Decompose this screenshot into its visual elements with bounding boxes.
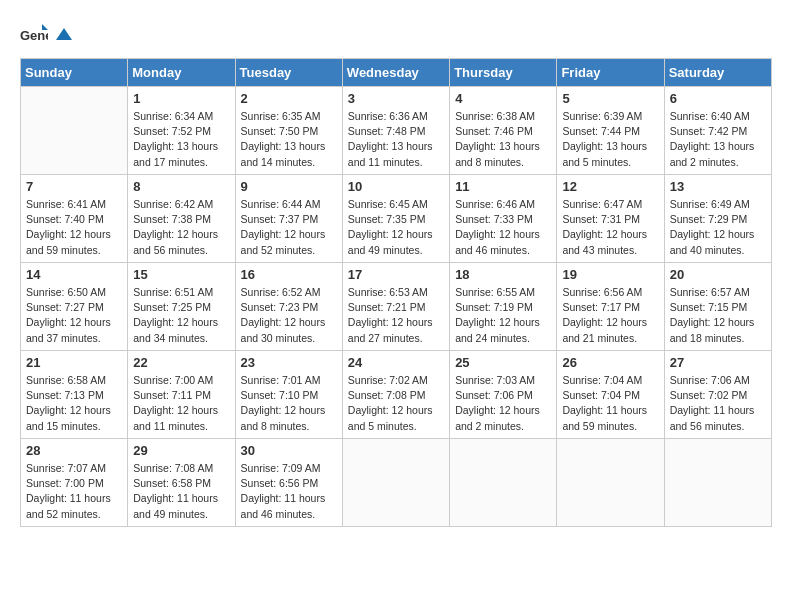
calendar-cell: 8Sunrise: 6:42 AMSunset: 7:38 PMDaylight… [128, 175, 235, 263]
calendar-cell: 19Sunrise: 6:56 AMSunset: 7:17 PMDayligh… [557, 263, 664, 351]
logo-icon: General [20, 20, 48, 48]
day-info: Sunrise: 6:36 AMSunset: 7:48 PMDaylight:… [348, 109, 444, 170]
day-info: Sunrise: 6:47 AMSunset: 7:31 PMDaylight:… [562, 197, 658, 258]
svg-marker-2 [56, 28, 72, 40]
day-number: 5 [562, 91, 658, 106]
calendar-cell: 1Sunrise: 6:34 AMSunset: 7:52 PMDaylight… [128, 87, 235, 175]
day-number: 2 [241, 91, 337, 106]
calendar-week-row: 21Sunrise: 6:58 AMSunset: 7:13 PMDayligh… [21, 351, 772, 439]
calendar-cell: 27Sunrise: 7:06 AMSunset: 7:02 PMDayligh… [664, 351, 771, 439]
day-info: Sunrise: 6:57 AMSunset: 7:15 PMDaylight:… [670, 285, 766, 346]
day-number: 24 [348, 355, 444, 370]
day-info: Sunrise: 7:08 AMSunset: 6:58 PMDaylight:… [133, 461, 229, 522]
day-number: 9 [241, 179, 337, 194]
calendar-cell: 5Sunrise: 6:39 AMSunset: 7:44 PMDaylight… [557, 87, 664, 175]
day-number: 30 [241, 443, 337, 458]
logo: General [20, 20, 74, 48]
day-number: 26 [562, 355, 658, 370]
day-info: Sunrise: 7:04 AMSunset: 7:04 PMDaylight:… [562, 373, 658, 434]
svg-text:General: General [20, 28, 48, 43]
day-number: 28 [26, 443, 122, 458]
calendar-cell: 13Sunrise: 6:49 AMSunset: 7:29 PMDayligh… [664, 175, 771, 263]
header-thursday: Thursday [450, 59, 557, 87]
header-saturday: Saturday [664, 59, 771, 87]
header-sunday: Sunday [21, 59, 128, 87]
header-wednesday: Wednesday [342, 59, 449, 87]
day-number: 29 [133, 443, 229, 458]
calendar-cell: 18Sunrise: 6:55 AMSunset: 7:19 PMDayligh… [450, 263, 557, 351]
day-number: 19 [562, 267, 658, 282]
calendar-cell: 4Sunrise: 6:38 AMSunset: 7:46 PMDaylight… [450, 87, 557, 175]
day-number: 13 [670, 179, 766, 194]
day-number: 22 [133, 355, 229, 370]
day-info: Sunrise: 6:35 AMSunset: 7:50 PMDaylight:… [241, 109, 337, 170]
day-number: 15 [133, 267, 229, 282]
header-monday: Monday [128, 59, 235, 87]
calendar-cell: 28Sunrise: 7:07 AMSunset: 7:00 PMDayligh… [21, 439, 128, 527]
day-info: Sunrise: 6:56 AMSunset: 7:17 PMDaylight:… [562, 285, 658, 346]
day-info: Sunrise: 7:06 AMSunset: 7:02 PMDaylight:… [670, 373, 766, 434]
day-info: Sunrise: 7:00 AMSunset: 7:11 PMDaylight:… [133, 373, 229, 434]
day-number: 27 [670, 355, 766, 370]
calendar-week-row: 28Sunrise: 7:07 AMSunset: 7:00 PMDayligh… [21, 439, 772, 527]
calendar-cell [450, 439, 557, 527]
calendar-cell: 22Sunrise: 7:00 AMSunset: 7:11 PMDayligh… [128, 351, 235, 439]
day-number: 11 [455, 179, 551, 194]
day-info: Sunrise: 6:55 AMSunset: 7:19 PMDaylight:… [455, 285, 551, 346]
logo-triangle-icon [54, 26, 74, 46]
day-number: 20 [670, 267, 766, 282]
day-number: 21 [26, 355, 122, 370]
day-number: 17 [348, 267, 444, 282]
day-number: 25 [455, 355, 551, 370]
day-info: Sunrise: 6:50 AMSunset: 7:27 PMDaylight:… [26, 285, 122, 346]
calendar-cell [342, 439, 449, 527]
day-number: 12 [562, 179, 658, 194]
day-info: Sunrise: 6:41 AMSunset: 7:40 PMDaylight:… [26, 197, 122, 258]
calendar-cell: 24Sunrise: 7:02 AMSunset: 7:08 PMDayligh… [342, 351, 449, 439]
page-header: General [20, 20, 772, 48]
day-info: Sunrise: 6:39 AMSunset: 7:44 PMDaylight:… [562, 109, 658, 170]
day-info: Sunrise: 6:46 AMSunset: 7:33 PMDaylight:… [455, 197, 551, 258]
day-info: Sunrise: 7:01 AMSunset: 7:10 PMDaylight:… [241, 373, 337, 434]
calendar-header-row: SundayMondayTuesdayWednesdayThursdayFrid… [21, 59, 772, 87]
day-info: Sunrise: 6:45 AMSunset: 7:35 PMDaylight:… [348, 197, 444, 258]
calendar-cell: 21Sunrise: 6:58 AMSunset: 7:13 PMDayligh… [21, 351, 128, 439]
day-number: 16 [241, 267, 337, 282]
day-info: Sunrise: 6:51 AMSunset: 7:25 PMDaylight:… [133, 285, 229, 346]
day-info: Sunrise: 6:53 AMSunset: 7:21 PMDaylight:… [348, 285, 444, 346]
svg-marker-1 [42, 24, 48, 30]
calendar-cell: 29Sunrise: 7:08 AMSunset: 6:58 PMDayligh… [128, 439, 235, 527]
header-tuesday: Tuesday [235, 59, 342, 87]
calendar-cell [557, 439, 664, 527]
calendar-cell: 12Sunrise: 6:47 AMSunset: 7:31 PMDayligh… [557, 175, 664, 263]
calendar-cell: 26Sunrise: 7:04 AMSunset: 7:04 PMDayligh… [557, 351, 664, 439]
calendar-cell: 15Sunrise: 6:51 AMSunset: 7:25 PMDayligh… [128, 263, 235, 351]
day-info: Sunrise: 6:44 AMSunset: 7:37 PMDaylight:… [241, 197, 337, 258]
calendar-cell: 16Sunrise: 6:52 AMSunset: 7:23 PMDayligh… [235, 263, 342, 351]
calendar-cell: 11Sunrise: 6:46 AMSunset: 7:33 PMDayligh… [450, 175, 557, 263]
day-info: Sunrise: 7:02 AMSunset: 7:08 PMDaylight:… [348, 373, 444, 434]
day-info: Sunrise: 6:42 AMSunset: 7:38 PMDaylight:… [133, 197, 229, 258]
header-friday: Friday [557, 59, 664, 87]
day-number: 14 [26, 267, 122, 282]
calendar-cell [21, 87, 128, 175]
calendar-week-row: 7Sunrise: 6:41 AMSunset: 7:40 PMDaylight… [21, 175, 772, 263]
calendar-cell: 30Sunrise: 7:09 AMSunset: 6:56 PMDayligh… [235, 439, 342, 527]
day-info: Sunrise: 6:34 AMSunset: 7:52 PMDaylight:… [133, 109, 229, 170]
day-info: Sunrise: 6:38 AMSunset: 7:46 PMDaylight:… [455, 109, 551, 170]
calendar-week-row: 14Sunrise: 6:50 AMSunset: 7:27 PMDayligh… [21, 263, 772, 351]
calendar-table: SundayMondayTuesdayWednesdayThursdayFrid… [20, 58, 772, 527]
calendar-cell: 2Sunrise: 6:35 AMSunset: 7:50 PMDaylight… [235, 87, 342, 175]
day-number: 8 [133, 179, 229, 194]
day-number: 6 [670, 91, 766, 106]
calendar-cell: 17Sunrise: 6:53 AMSunset: 7:21 PMDayligh… [342, 263, 449, 351]
calendar-cell: 7Sunrise: 6:41 AMSunset: 7:40 PMDaylight… [21, 175, 128, 263]
day-info: Sunrise: 7:09 AMSunset: 6:56 PMDaylight:… [241, 461, 337, 522]
calendar-cell [664, 439, 771, 527]
day-number: 7 [26, 179, 122, 194]
day-number: 23 [241, 355, 337, 370]
calendar-cell: 25Sunrise: 7:03 AMSunset: 7:06 PMDayligh… [450, 351, 557, 439]
calendar-cell: 23Sunrise: 7:01 AMSunset: 7:10 PMDayligh… [235, 351, 342, 439]
calendar-cell: 6Sunrise: 6:40 AMSunset: 7:42 PMDaylight… [664, 87, 771, 175]
calendar-cell: 9Sunrise: 6:44 AMSunset: 7:37 PMDaylight… [235, 175, 342, 263]
